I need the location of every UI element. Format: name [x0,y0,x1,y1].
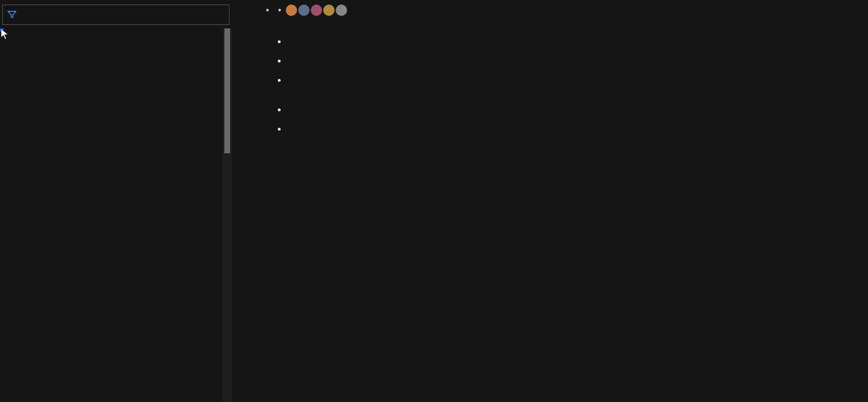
list-item [287,120,857,136]
contributor-avatars[interactable] [286,5,347,16]
list-item [287,72,857,87]
avatar[interactable] [336,5,347,16]
article: • • [232,0,868,402]
filter-box[interactable] [2,5,229,25]
avatar[interactable] [323,5,335,16]
avatar[interactable] [298,5,310,16]
build-list [261,33,857,87]
nav-tree-scroll [0,28,232,402]
meta-separator: • [266,5,269,15]
sidebar [0,0,232,402]
list-item [287,52,857,68]
sidebar-scrollbar[interactable] [223,28,232,402]
filter-input[interactable] [20,9,224,21]
filter-icon [7,10,16,19]
sidebar-scrollbar-thumb[interactable] [224,28,230,153]
meta-separator: • [278,5,282,15]
article-meta: • • [261,5,857,16]
list-item [287,33,857,49]
avatar[interactable] [311,5,322,16]
list-item [287,101,857,117]
prerequisites-list [261,101,857,136]
avatar[interactable] [286,5,297,16]
